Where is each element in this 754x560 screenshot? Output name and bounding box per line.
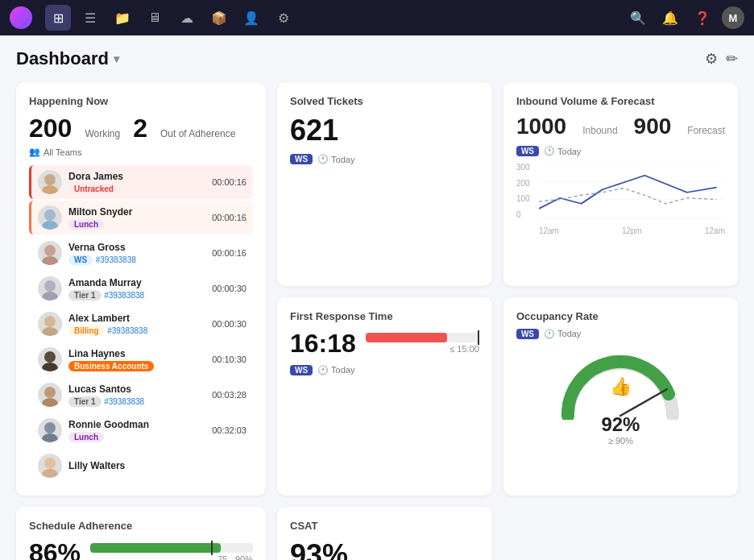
adherence-count: 2 <box>133 114 147 143</box>
agent-time: 00:00:16 <box>212 248 246 258</box>
working-label: Working <box>85 128 120 139</box>
agent-time: 00:00:30 <box>212 284 246 293</box>
avatar <box>38 418 62 442</box>
agent-time: 00:10:30 <box>212 355 246 364</box>
agent-row[interactable]: Lucas Santos Tier 1 #39383838 00:03:28 <box>29 378 253 412</box>
avatar <box>38 312 62 336</box>
sa-value: 86% <box>29 538 81 560</box>
svg-point-0 <box>44 174 56 185</box>
chart-x-labels: 12am 12pm 12am <box>539 226 725 235</box>
agent-list: Dora James Untracked 00:00:16 Milton Sny… <box>29 165 253 483</box>
svg-point-1 <box>42 185 58 194</box>
nav-icon-grid[interactable]: ⊞ <box>45 5 71 31</box>
occupancy-card: Occupancy Rate WS 🕐 Today <box>503 297 738 496</box>
settings-icon[interactable]: ⚙ <box>705 50 718 68</box>
svg-point-3 <box>42 221 58 230</box>
csat-value: 93% <box>290 538 479 560</box>
chart-y-labels: 300 200 100 0 <box>516 163 536 219</box>
svg-point-11 <box>42 363 58 371</box>
agent-row[interactable]: Amanda Murray Tier 1 #39383838 00:00:30 <box>29 272 253 305</box>
topnav: ⊞ ☰ 📁 🖥 ☁ 📦 👤 ⚙ 🔍 🔔 ❓ M <box>0 0 754 35</box>
agent-row[interactable]: Verna Gross WS #39383838 00:00:16 <box>29 236 253 270</box>
today-tag: 🕐 Today <box>544 329 581 339</box>
working-count: 200 <box>29 114 72 143</box>
agent-row[interactable]: Ronnie Goodman Lunch 00:32:03 <box>29 413 253 447</box>
nav-icon-menu[interactable]: ☰ <box>77 5 103 31</box>
inbound-count: 1000 <box>516 114 566 139</box>
agent-time: 00:32:03 <box>212 425 246 435</box>
agent-badge: Business Accounts <box>68 361 154 371</box>
agent-time: 00:00:16 <box>212 177 246 187</box>
occupancy-title: Occupancy Rate <box>516 310 725 322</box>
agent-phone: #39383838 <box>104 291 144 300</box>
avatar <box>38 383 62 407</box>
schedule-adherence-card: Schedule Adherence 86% 75 - 90% WS 🕐 Tod… <box>16 507 266 560</box>
ws-tag: WS <box>290 365 313 375</box>
frt-threshold: ≤ 15:00 <box>366 344 479 354</box>
avatar <box>38 347 62 371</box>
agent-time: 00:03:28 <box>212 390 246 400</box>
agent-badge: Tier 1 <box>68 290 102 301</box>
nav-icon-settings[interactable]: ⚙ <box>271 5 296 31</box>
nav-icon-cloud[interactable]: ☁ <box>174 5 200 31</box>
svg-point-14 <box>44 422 56 433</box>
nav-icon-box[interactable]: 📦 <box>206 5 232 31</box>
nav-question[interactable]: ❓ <box>690 5 715 31</box>
nav-icon-monitor[interactable]: 🖥 <box>142 5 168 31</box>
agent-row[interactable]: Alex Lambert Billing #39383838 00:00:30 <box>29 307 253 341</box>
nav-icon-folder[interactable]: 📁 <box>110 5 135 31</box>
all-teams-label: All Teams <box>44 147 81 157</box>
agent-badge: Lunch <box>68 219 104 230</box>
svg-point-6 <box>44 280 56 292</box>
nav-bell[interactable]: 🔔 <box>657 5 683 31</box>
svg-point-7 <box>42 292 58 301</box>
svg-point-16 <box>44 458 56 469</box>
clock-icon: 🕐 <box>544 329 555 339</box>
inbound-chart: 300 200 100 0 <box>516 163 725 235</box>
agent-name: Amanda Murray <box>68 277 205 288</box>
svg-point-9 <box>42 327 58 336</box>
agent-name: Dora James <box>68 171 205 182</box>
avatar <box>38 276 62 301</box>
avatar <box>38 170 62 194</box>
frt-value: 16:18 <box>290 329 356 359</box>
ws-tag: WS <box>516 329 539 339</box>
agent-badge: Billing <box>68 326 105 336</box>
page-title[interactable]: Dashboard ▾ <box>16 48 119 69</box>
agent-name: Verna Gross <box>68 242 205 253</box>
ws-tag: WS <box>516 146 539 156</box>
edit-icon[interactable]: ✏ <box>726 50 738 68</box>
agent-row[interactable]: Dora James Untracked 00:00:16 <box>29 165 253 199</box>
agent-badge: Lunch <box>68 432 104 442</box>
agent-phone: #39383838 <box>96 255 136 264</box>
happening-now-title: Happening Now <box>29 95 253 107</box>
svg-point-13 <box>42 398 58 407</box>
sa-range: 75 - 90% <box>90 554 253 561</box>
occupancy-gauge: 👍 92% ≥ 90% <box>516 347 725 446</box>
team-icon: 👥 <box>29 147 40 157</box>
inbound-label: Inbound <box>582 125 617 136</box>
csat-card: CSAT 93% WS 🕐 Today <box>277 507 492 560</box>
today-tag: 🕐 Today <box>317 154 354 164</box>
clock-icon: 🕐 <box>544 146 555 156</box>
agent-phone: #39383838 <box>107 326 147 335</box>
frt-title: First Response Time <box>290 310 479 322</box>
agent-row[interactable]: Milton Snyder Lunch 00:00:16 <box>29 201 253 234</box>
today-tag: 🕐 Today <box>317 365 354 375</box>
title-dropdown-icon[interactable]: ▾ <box>114 52 119 65</box>
ws-tag: WS <box>290 154 313 164</box>
logo[interactable] <box>10 6 32 29</box>
nav-icon-person[interactable]: 👤 <box>238 5 264 31</box>
agent-name: Milton Snyder <box>68 206 205 218</box>
agent-row[interactable]: Lilly Walters <box>29 449 253 483</box>
svg-point-15 <box>42 433 58 442</box>
agent-row[interactable]: Lina Haynes Business Accounts 00:10:30 <box>29 342 253 376</box>
user-avatar[interactable]: M <box>722 6 744 29</box>
nav-help[interactable]: 🔍 <box>625 5 651 31</box>
agent-name: Lina Haynes <box>68 348 205 359</box>
page-header: Dashboard ▾ ⚙ ✏ <box>16 48 738 69</box>
sa-title: Schedule Adherence <box>29 520 253 532</box>
clock-icon: 🕐 <box>317 154 329 164</box>
sa-progress: 75 - 90% <box>90 543 253 561</box>
inbound-volume-card: Inbound Volume & Forecast 1000 Inbound 9… <box>503 82 738 286</box>
